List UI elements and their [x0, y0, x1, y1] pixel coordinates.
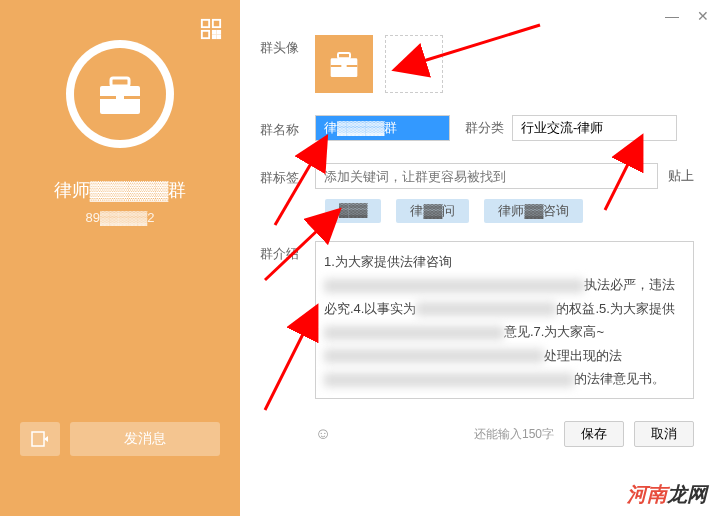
qrcode-icon[interactable]	[200, 18, 222, 46]
svg-rect-3	[213, 31, 216, 34]
briefcase-icon	[95, 72, 145, 117]
avatar-label: 群头像	[260, 35, 315, 57]
right-panel: 群头像 + 群名称 群分类 群标签	[240, 0, 719, 467]
svg-rect-2	[202, 31, 209, 38]
intro-textarea[interactable]: 1.为大家提供法律咨询执法必严，违法必究.4.以事实为的权益.5.为大家提供意见…	[315, 241, 694, 399]
avatar-option-selected[interactable]	[315, 35, 373, 93]
group-id: 89▓▓▓▓▓2	[0, 210, 240, 225]
tags-label: 群标签	[260, 165, 315, 187]
group-name: 律师▓▓▓▓▓▓群	[0, 178, 240, 202]
tag-chip[interactable]: 律▓▓问	[396, 199, 469, 223]
tag-input[interactable]	[315, 163, 658, 189]
paste-link[interactable]: 贴上	[668, 167, 694, 185]
svg-rect-5	[217, 31, 220, 34]
svg-rect-13	[338, 53, 350, 58]
save-button[interactable]: 保存	[564, 421, 624, 447]
svg-rect-1	[213, 20, 220, 27]
avatar-add-button[interactable]: +	[385, 35, 443, 93]
send-message-button[interactable]: 发消息	[70, 422, 220, 456]
plus-icon: +	[406, 48, 422, 80]
tag-chip[interactable]: ▓▓▓	[325, 199, 381, 223]
share-icon	[31, 431, 49, 447]
svg-rect-10	[116, 94, 124, 100]
svg-rect-4	[217, 35, 220, 38]
name-label: 群名称	[260, 117, 315, 139]
left-panel: 律师▓▓▓▓▓▓群 89▓▓▓▓▓2 发消息	[0, 0, 240, 516]
group-avatar	[66, 40, 174, 148]
svg-rect-15	[341, 64, 346, 68]
emoji-icon[interactable]: ☺	[315, 425, 331, 443]
share-button[interactable]	[20, 422, 60, 456]
briefcase-icon	[327, 49, 361, 79]
group-category-input[interactable]	[512, 115, 677, 141]
svg-rect-6	[213, 35, 216, 38]
svg-rect-8	[111, 78, 129, 86]
tag-chip[interactable]: 律师▓▓咨询	[484, 199, 583, 223]
watermark: 河南龙网	[627, 481, 707, 508]
intro-label: 群介绍	[260, 241, 315, 263]
svg-rect-11	[32, 432, 44, 446]
char-count: 还能输入150字	[474, 426, 554, 443]
group-name-input[interactable]	[315, 115, 450, 141]
minimize-button[interactable]: —	[665, 8, 679, 24]
svg-rect-0	[202, 20, 209, 27]
close-button[interactable]: ✕	[697, 8, 709, 24]
cancel-button[interactable]: 取消	[634, 421, 694, 447]
category-label: 群分类	[465, 119, 504, 137]
